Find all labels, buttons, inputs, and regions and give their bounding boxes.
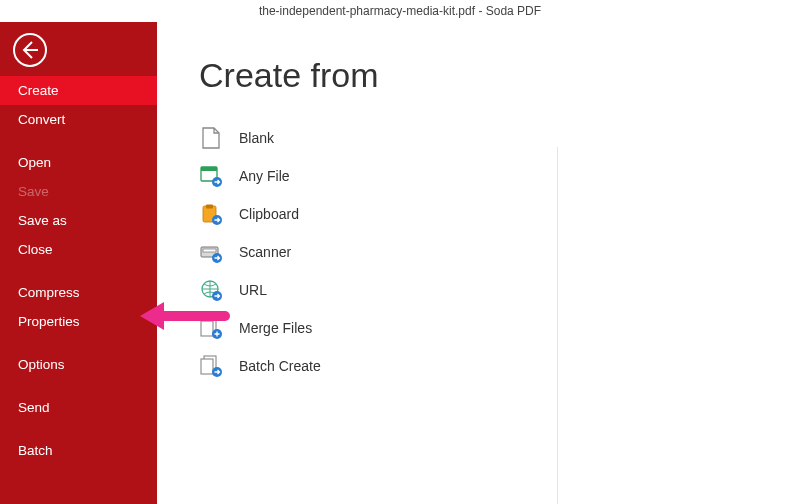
create-option-label: Scanner [239, 244, 291, 260]
svg-rect-14 [201, 321, 213, 336]
create-option-label: Batch Create [239, 358, 321, 374]
sidebar-item-convert[interactable]: Convert [0, 105, 157, 134]
scanner-icon [199, 240, 223, 264]
create-merge[interactable]: Merge Files [199, 309, 800, 347]
sidebar-item-label: Compress [18, 285, 80, 300]
back-arrow-icon [12, 32, 48, 68]
batch-create-icon [199, 354, 223, 378]
sidebar-item-label: Save as [18, 213, 67, 228]
main-panel: Create from Blank Any File Clipboard Sca… [157, 22, 800, 504]
vertical-divider [557, 147, 558, 504]
sidebar-item-close[interactable]: Close [0, 235, 157, 264]
sidebar-item-label: Send [18, 400, 50, 415]
create-batch[interactable]: Batch Create [199, 347, 800, 385]
sidebar-item-label: Close [18, 242, 53, 257]
titlebar: the-independent-pharmacy-media-kit.pdf -… [0, 0, 800, 23]
create-anyfile[interactable]: Any File [199, 157, 800, 195]
title-app: Soda PDF [486, 4, 541, 18]
sidebar-item-label: Open [18, 155, 51, 170]
blank-page-icon [199, 126, 223, 150]
sidebar-item-send[interactable]: Send [0, 393, 157, 422]
create-scanner[interactable]: Scanner [199, 233, 800, 271]
sidebar-item-label: Properties [18, 314, 80, 329]
globe-icon [199, 278, 223, 302]
sidebar-item-save: Save [0, 177, 157, 206]
back-button[interactable] [12, 32, 48, 68]
sidebar-item-properties[interactable]: Properties [0, 307, 157, 336]
sidebar-item-compress[interactable]: Compress [0, 278, 157, 307]
sidebar: Create Convert Open Save Save as Close C… [0, 22, 157, 504]
sidebar-item-label: Create [18, 83, 59, 98]
sidebar-item-saveas[interactable]: Save as [0, 206, 157, 235]
svg-rect-9 [203, 249, 216, 252]
sidebar-item-label: Save [18, 184, 49, 199]
svg-rect-17 [201, 359, 213, 374]
sidebar-item-label: Convert [18, 112, 65, 127]
create-url[interactable]: URL [199, 271, 800, 309]
create-clipboard[interactable]: Clipboard [199, 195, 800, 233]
title-filename: the-independent-pharmacy-media-kit.pdf [259, 4, 475, 18]
clipboard-icon [199, 202, 223, 226]
create-option-label: URL [239, 282, 267, 298]
sidebar-item-batch[interactable]: Batch [0, 436, 157, 465]
sidebar-item-label: Options [18, 357, 65, 372]
create-option-label: Blank [239, 130, 274, 146]
page-title: Create from [199, 56, 800, 95]
sidebar-item-label: Batch [18, 443, 53, 458]
sidebar-item-options[interactable]: Options [0, 350, 157, 379]
sidebar-item-open[interactable]: Open [0, 148, 157, 177]
sidebar-item-create[interactable]: Create [0, 76, 157, 105]
create-blank[interactable]: Blank [199, 119, 800, 157]
create-from-list: Blank Any File Clipboard Scanner URL Mer… [199, 119, 800, 385]
any-file-icon [199, 164, 223, 188]
create-option-label: Clipboard [239, 206, 299, 222]
create-option-label: Merge Files [239, 320, 312, 336]
svg-rect-3 [201, 167, 217, 171]
create-option-label: Any File [239, 168, 290, 184]
title-sep: - [475, 4, 486, 18]
merge-files-icon [199, 316, 223, 340]
svg-rect-6 [206, 205, 213, 209]
